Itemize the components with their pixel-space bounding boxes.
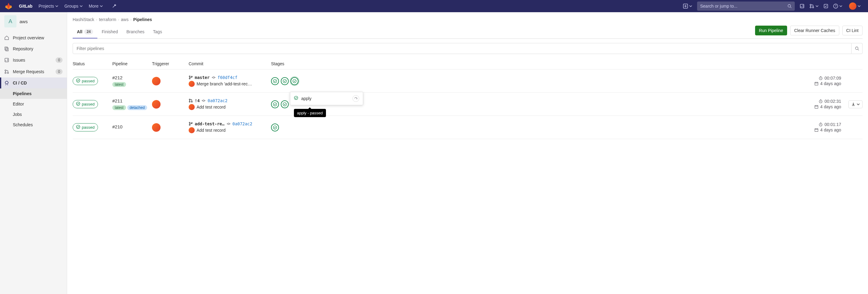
help-icon: ? [833,4,838,8]
svg-rect-9 [5,47,7,50]
sidebar-sub-pipelines[interactable]: Pipelines [0,89,67,99]
pipeline-id[interactable]: #211 [112,98,152,103]
pipeline-row: passed#212latestmasterf60df4cfMerge bran… [73,69,863,93]
tab-label: Finished [102,29,118,34]
admin-wrench-icon[interactable] [110,0,119,12]
status-badge[interactable]: passed [73,77,98,85]
tab-branches[interactable]: Branches [122,25,149,38]
commit-message[interactable]: Merge branch 'add-test-rec… [196,81,252,86]
svg-point-3 [810,4,811,5]
wrench-icon [112,4,117,8]
pipeline-id[interactable]: #210 [112,124,152,129]
project-header[interactable]: A aws [0,12,67,31]
status-text: passed [82,79,95,83]
sidebar-sub-schedules[interactable]: Schedules [0,120,67,130]
tab-tags[interactable]: Tags [149,25,166,38]
calendar-icon [814,128,818,132]
plus-dropdown[interactable] [681,0,695,12]
status-passed-icon [76,102,80,107]
global-search[interactable] [697,2,795,11]
sidebar-item-label: CI / CD [13,80,27,86]
clear-caches-button[interactable]: Clear Runner Caches [790,26,839,35]
sidebar-item-merge-requests[interactable]: Merge Requests0 [0,66,67,77]
sidebar-item-repository[interactable]: Repository [0,43,67,54]
status-passed-icon [76,78,80,84]
status-badge[interactable]: passed [73,100,98,108]
svg-rect-10 [6,48,8,51]
svg-rect-43 [814,128,818,131]
status-badge[interactable]: passed [73,123,98,131]
issues-icon [4,58,9,63]
todo-icon [824,4,828,8]
svg-point-20 [213,76,214,78]
download-artifacts-button[interactable] [848,100,863,108]
breadcrumb-item[interactable]: HashiStack [73,17,94,22]
author-avatar[interactable] [189,104,195,110]
col-pipeline: Pipeline [112,61,152,66]
ci-lint-button[interactable]: CI Lint [842,26,863,35]
svg-rect-11 [5,58,8,62]
tab-label: Tags [153,29,162,34]
retry-job-button[interactable] [352,95,359,102]
author-avatar[interactable] [189,127,195,133]
merge-requests-shortcut[interactable] [807,0,821,12]
commit-sha[interactable]: 0a072ac2 [208,98,227,103]
ref-name[interactable]: !4 [195,98,199,103]
filter-input[interactable] [73,43,851,54]
stage-icon[interactable] [271,100,279,108]
svg-rect-26 [814,82,818,85]
status-passed-icon [294,96,298,101]
stage-icon[interactable] [271,77,279,85]
tab-count: 24 [84,29,93,34]
nav-more[interactable]: More [86,0,106,12]
svg-point-31 [203,100,205,101]
job-row[interactable]: apply [290,92,363,105]
help-dropdown[interactable]: ? [831,0,845,12]
timer-icon [818,99,823,103]
nav-groups[interactable]: Groups [61,0,86,12]
breadcrumb-item[interactable]: aws [121,17,128,22]
todos-shortcut[interactable] [821,0,831,12]
svg-point-15 [855,47,858,50]
download-icon [851,102,856,106]
sidebar-item-issues[interactable]: Issues0 [0,54,67,66]
svg-rect-2 [800,4,804,8]
sidebar-item-project-overview[interactable]: Project overview [0,32,67,43]
stage-icon[interactable] [281,77,289,85]
nav-projects[interactable]: Projects [35,0,61,12]
commit-sha[interactable]: 0a072ac2 [232,121,252,126]
duration: 00:02:31 [825,99,841,104]
breadcrumb-item: Pipelines [133,17,152,22]
sidebar-item-ci-cd[interactable]: CI / CD [0,77,67,89]
sidebar-sub-jobs[interactable]: Jobs [0,109,67,120]
commit-sha[interactable]: f60df4cf [218,75,238,80]
issues-shortcut[interactable] [797,0,807,12]
triggerer-avatar[interactable] [152,100,160,108]
breadcrumb-item[interactable]: terraform [99,17,116,22]
files-icon [4,46,9,51]
gitlab-logo-icon [5,2,12,10]
user-menu[interactable] [845,0,863,12]
author-avatar[interactable] [189,81,195,87]
tab-finished[interactable]: Finished [97,25,122,38]
ref-name[interactable]: master [195,75,210,80]
sidebar-item-label: Repository [13,46,33,51]
pipeline-id[interactable]: #212 [112,75,152,80]
triggerer-avatar[interactable] [152,77,160,86]
stage-icon[interactable] [281,100,289,108]
tab-all[interactable]: All24 [73,25,97,38]
filter-search-button[interactable] [851,43,863,54]
brand-link[interactable]: GitLab [16,0,35,12]
svg-point-40 [228,123,229,124]
calendar-icon [814,81,818,86]
run-pipeline-button[interactable]: Run Pipeline [755,26,787,35]
triggerer-avatar[interactable] [152,123,160,132]
search-input[interactable] [700,4,787,8]
chevron-down-icon [839,5,842,8]
ref-name[interactable]: add-test-re… [195,121,225,126]
commit-message[interactable]: Add test record [196,105,225,109]
commit-message[interactable]: Add test record [196,128,225,133]
sidebar-sub-editor[interactable]: Editor [0,99,67,109]
stage-icon[interactable] [290,77,299,85]
stage-icon[interactable] [271,124,279,131]
